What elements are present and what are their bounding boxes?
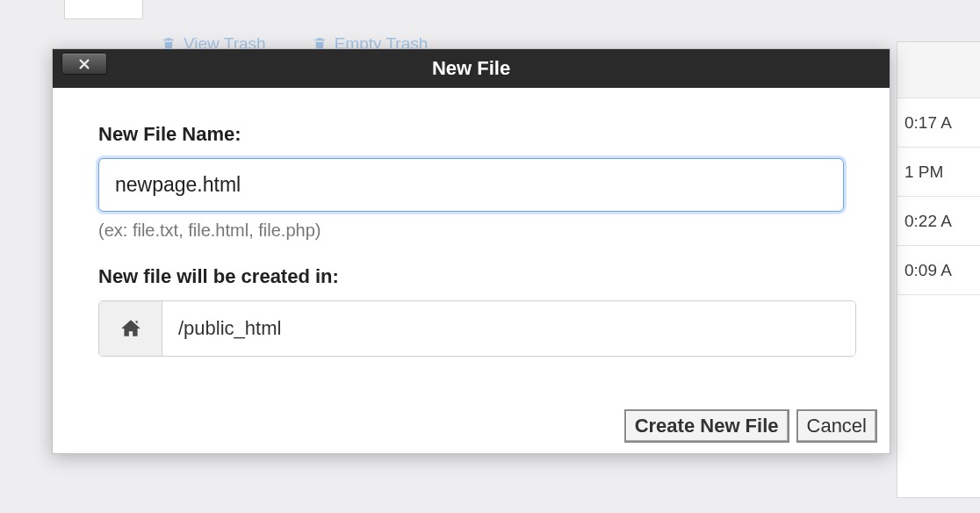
- location-path-group: /public_html: [98, 300, 856, 357]
- dialog-footer: Create New File Cancel: [624, 409, 877, 443]
- home-button[interactable]: [99, 301, 162, 356]
- home-icon: [119, 317, 142, 340]
- filename-hint: (ex: file.txt, file.html, file.php): [98, 220, 844, 241]
- close-icon: [78, 58, 90, 70]
- dialog-body: New File Name: (ex: file.txt, file.html,…: [53, 88, 890, 453]
- dialog-titlebar: New File: [53, 49, 890, 88]
- create-new-file-button[interactable]: Create New File: [624, 409, 789, 443]
- new-file-dialog: New File New File Name: (ex: file.txt, f…: [52, 48, 890, 454]
- location-path: /public_html: [162, 301, 855, 356]
- filename-input[interactable]: [98, 158, 844, 212]
- location-label: New file will be created in:: [98, 265, 844, 288]
- close-button[interactable]: [61, 53, 107, 75]
- background-file-list: 0:17 A 1 PM 0:22 A 0:09 A: [897, 41, 980, 498]
- filename-label: New File Name:: [98, 123, 844, 146]
- cancel-button[interactable]: Cancel: [796, 409, 877, 443]
- dialog-title: New File: [432, 57, 510, 80]
- background-tab: [64, 0, 143, 19]
